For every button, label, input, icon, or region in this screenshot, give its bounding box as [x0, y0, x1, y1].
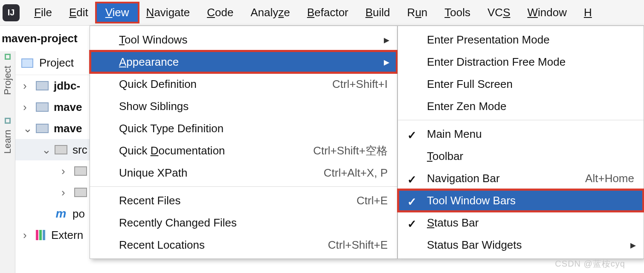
menu-item-show-siblings[interactable]: Show Siblings	[90, 95, 397, 117]
menu-item-status-bar-widgets[interactable]: Status Bar Widgets▸	[398, 234, 644, 256]
menu-window[interactable]: Window	[519, 3, 575, 22]
submenu-arrow-icon: ▸	[630, 238, 636, 252]
menu-separator	[398, 120, 644, 120]
maven-file-icon: m	[55, 207, 67, 221]
menu-bar: IJ File Edit View Navigate Code Analyze …	[0, 0, 644, 26]
folder-icon	[36, 81, 49, 90]
app-icon: IJ	[3, 4, 20, 21]
submenu-arrow-icon: ▸	[384, 55, 389, 69]
menu-build[interactable]: Build	[357, 3, 399, 22]
menu-edit[interactable]: Edit	[61, 3, 97, 22]
chevron-right-icon[interactable]: ›	[61, 186, 69, 199]
menu-refactor[interactable]: Befactor	[299, 3, 357, 22]
chevron-right-icon[interactable]: ›	[23, 101, 31, 114]
folder-icon	[36, 124, 49, 133]
appearance-submenu-popup: Enter Presentation Mode Enter Distractio…	[397, 26, 644, 259]
menu-item-recently-changed-files[interactable]: Recently Changed Files	[90, 212, 397, 234]
submenu-arrow-icon: ▸	[384, 33, 389, 46]
learn-tool-label[interactable]: Learn	[2, 130, 13, 154]
folder-icon	[74, 188, 87, 197]
chevron-down-icon[interactable]: ⌄	[42, 143, 49, 157]
menu-item-unique-xpath[interactable]: Unique XPathCtrl+Alt+X, P	[90, 162, 397, 184]
tool-stripe: Project Learn	[0, 51, 15, 273]
project-tool-label[interactable]: Project	[2, 66, 13, 95]
menu-item-full-screen[interactable]: Enter Full Screen	[398, 73, 644, 95]
menu-navigate[interactable]: Navigate	[138, 3, 199, 22]
menu-run[interactable]: Run	[399, 3, 436, 22]
menu-item-distraction-free[interactable]: Enter Distraction Free Mode	[398, 51, 644, 73]
menu-help[interactable]: H	[575, 3, 600, 22]
menu-item-main-menu[interactable]: ✓Main Menu	[398, 123, 644, 145]
project-panel-icon	[21, 58, 33, 68]
menu-item-appearance[interactable]: Appearance▸	[90, 51, 397, 73]
menu-separator	[90, 186, 397, 187]
menu-code[interactable]: Code	[198, 3, 242, 22]
menu-view[interactable]: View	[97, 3, 138, 22]
menu-item-tool-windows[interactable]: Tool Windows▸	[90, 29, 397, 51]
menu-vcs[interactable]: VCS	[479, 3, 519, 22]
check-icon: ✓	[407, 173, 417, 186]
menu-item-zen-mode[interactable]: Enter Zen Mode	[398, 95, 644, 117]
chevron-right-icon[interactable]: ›	[23, 229, 31, 242]
view-menu-popup: Tool Windows▸ Appearance▸ Quick Definiti…	[90, 26, 397, 259]
menu-item-quick-definition[interactable]: Quick DefinitionCtrl+Shift+I	[90, 73, 397, 95]
external-libraries-icon	[36, 230, 46, 240]
menu-item-presentation-mode[interactable]: Enter Presentation Mode	[398, 29, 644, 51]
project-tree-title: Project	[39, 56, 74, 70]
folder-icon	[55, 145, 67, 154]
menu-tools[interactable]: Tools	[436, 3, 479, 22]
menu-item-recent-locations[interactable]: Recent LocationsCtrl+Shift+E	[90, 234, 397, 256]
menu-file[interactable]: File	[26, 3, 61, 22]
check-icon: ✓	[407, 195, 417, 209]
chevron-down-icon[interactable]: ⌄	[23, 122, 31, 135]
breadcrumb-root[interactable]: maven-project	[2, 32, 78, 45]
menu-analyze[interactable]: Analyze	[242, 3, 299, 22]
project-tool-button-icon[interactable]	[5, 54, 11, 60]
menu-item-quick-type-definition[interactable]: Quick Type Definition	[90, 117, 397, 139]
menu-item-status-bar[interactable]: ✓Status Bar	[398, 212, 644, 234]
menu-item-tool-window-bars[interactable]: ✓Tool Window Bars	[398, 189, 644, 212]
check-icon: ✓	[407, 129, 417, 142]
chevron-right-icon[interactable]: ›	[23, 79, 31, 93]
chevron-right-icon[interactable]: ›	[61, 165, 69, 178]
menu-item-navigation-bar[interactable]: ✓Navigation BarAlt+Home	[398, 167, 644, 189]
menu-item-toolbar[interactable]: Toolbar	[398, 145, 644, 167]
folder-icon	[36, 102, 49, 112]
check-icon: ✓	[407, 218, 417, 231]
menu-item-recent-files[interactable]: Recent FilesCtrl+E	[90, 189, 397, 212]
learn-tool-button-icon[interactable]	[5, 118, 11, 124]
menu-item-quick-documentation[interactable]: Quick DocumentationCtrl+Shift+空格	[90, 139, 397, 162]
folder-icon	[74, 166, 87, 176]
watermark: CSDN @蓝桉cyq	[555, 258, 625, 270]
